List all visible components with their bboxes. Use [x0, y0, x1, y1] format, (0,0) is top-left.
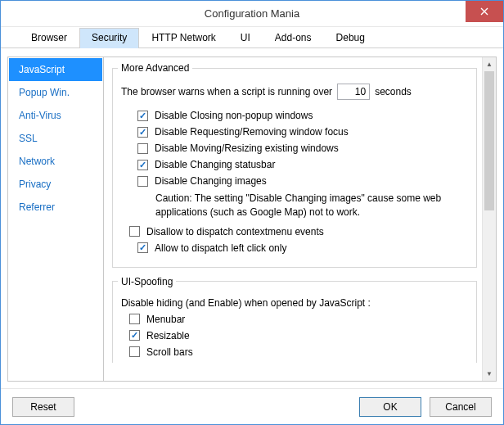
row-disable-focus: Disable Requesting/Removing window focus: [137, 126, 468, 138]
scroll-thumb[interactable]: [484, 71, 494, 210]
label-disable-move-resize: Disable Moving/Resizing existing windows: [155, 142, 339, 154]
label-disable-closing: Disable Closing non-popup windows: [155, 110, 313, 121]
warn-prefix-label: The browser warns when a script is runni…: [121, 86, 332, 97]
row-disable-images: Disable Changing images: [137, 175, 468, 187]
label-menubar: Menubar: [146, 314, 185, 325]
tab-debug[interactable]: Debug: [324, 28, 377, 48]
tab-security[interactable]: Security: [79, 28, 139, 48]
row-allow-leftclick: Allow to dispatch left click only: [137, 242, 468, 254]
close-icon: [480, 7, 488, 16]
scroll-down-arrow-icon[interactable]: ▼: [483, 367, 496, 381]
tab-http-network[interactable]: HTTP Network: [139, 28, 227, 48]
content-wrap: More Advanced The browser warns when a s…: [104, 57, 497, 382]
fieldset-ui-spoofing: UI-Spoofing Disable hiding (and Enable) …: [112, 276, 477, 363]
label-resizable: Resizable: [146, 330, 190, 341]
checkbox-scrollbars[interactable]: [129, 346, 140, 357]
tab-addons[interactable]: Add-ons: [263, 28, 324, 48]
config-window: Configuration Mania Browser Security HTT…: [0, 0, 504, 425]
row-scrollbars: Scroll bars: [129, 346, 468, 358]
sidebar: JavaScript Popup Win. Anti-Virus SSL Net…: [7, 57, 104, 382]
ui-spoofing-desc: Disable hiding (and Enable) when opened …: [121, 297, 468, 309]
tabbar: Browser Security HTTP Network UI Add-ons…: [1, 27, 503, 48]
label-disable-images: Disable Changing images: [155, 175, 267, 187]
row-disable-statusbar: Disable Changing statusbar: [137, 159, 468, 170]
window-title: Configuration Mania: [205, 7, 299, 20]
legend-more-advanced: More Advanced: [118, 62, 192, 74]
checkbox-disable-focus[interactable]: [137, 127, 148, 138]
checkbox-disable-move-resize[interactable]: [137, 143, 148, 154]
body: JavaScript Popup Win. Anti-Virus SSL Net…: [1, 48, 503, 388]
row-disable-move-resize: Disable Moving/Resizing existing windows: [137, 142, 468, 154]
label-scrollbars: Scroll bars: [146, 346, 193, 358]
row-disable-closing: Disable Closing non-popup windows: [137, 110, 468, 121]
footer: Reset OK Cancel: [1, 388, 503, 424]
checkbox-resizable[interactable]: [129, 330, 140, 341]
sidebar-item-javascript[interactable]: JavaScript: [9, 58, 102, 81]
label-disable-focus: Disable Requesting/Removing window focus: [155, 126, 349, 138]
row-disallow-contextmenu: Disallow to dispatch contextmenu events: [129, 226, 468, 237]
checkbox-allow-leftclick[interactable]: [137, 242, 148, 253]
legend-ui-spoofing: UI-Spoofing: [118, 276, 176, 287]
content: More Advanced The browser warns when a s…: [104, 57, 482, 381]
label-disable-statusbar: Disable Changing statusbar: [155, 159, 275, 170]
row-resizable: Resizable: [129, 330, 468, 341]
sidebar-item-anti-virus[interactable]: Anti-Virus: [9, 104, 102, 127]
row-menubar: Menubar: [129, 314, 468, 325]
reset-button[interactable]: Reset: [12, 397, 74, 417]
checkbox-disable-closing[interactable]: [137, 111, 148, 121]
label-disallow-contextmenu: Disallow to dispatch contextmenu events: [146, 226, 324, 237]
scroll-up-arrow-icon[interactable]: ▲: [483, 57, 496, 71]
checkbox-disallow-contextmenu[interactable]: [129, 226, 140, 237]
ok-button[interactable]: OK: [359, 397, 421, 417]
warn-seconds-input[interactable]: [337, 84, 370, 100]
sidebar-item-referrer[interactable]: Referrer: [9, 196, 102, 219]
tab-browser[interactable]: Browser: [19, 28, 79, 48]
sidebar-item-ssl[interactable]: SSL: [9, 127, 102, 150]
sidebar-item-network[interactable]: Network: [9, 150, 102, 173]
warn-suffix-label: seconds: [375, 86, 412, 97]
checkbox-disable-images[interactable]: [137, 176, 148, 187]
cancel-button[interactable]: Cancel: [430, 397, 492, 417]
sidebar-item-popup-win[interactable]: Popup Win.: [9, 81, 102, 104]
fieldset-more-advanced: More Advanced The browser warns when a s…: [112, 62, 477, 268]
warn-row: The browser warns when a script is runni…: [121, 84, 468, 100]
close-button[interactable]: [466, 1, 503, 22]
titlebar: Configuration Mania: [1, 1, 503, 27]
checkbox-disable-statusbar[interactable]: [137, 160, 148, 170]
vertical-scrollbar[interactable]: ▲ ▼: [482, 57, 496, 381]
checkbox-menubar[interactable]: [129, 314, 140, 324]
caution-text: Caution: The setting "Disable Changing i…: [155, 192, 466, 219]
label-allow-leftclick: Allow to dispatch left click only: [155, 242, 286, 254]
tab-ui[interactable]: UI: [228, 28, 263, 48]
sidebar-item-privacy[interactable]: Privacy: [9, 173, 102, 196]
